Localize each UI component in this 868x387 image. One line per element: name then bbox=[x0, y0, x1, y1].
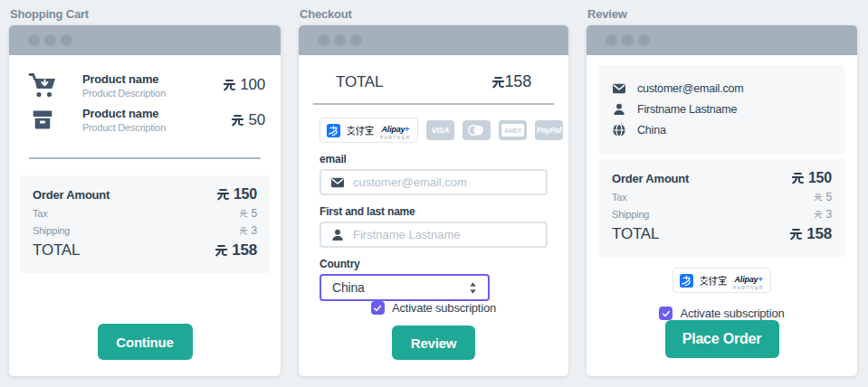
yuan-symbol-icon bbox=[215, 243, 228, 257]
window-titlebar bbox=[299, 25, 568, 55]
checkout-flow: Shopping Cart bbox=[0, 0, 868, 376]
order-amount-label: Order Amount bbox=[612, 172, 689, 185]
alipay-plus-wordmark: Alipay+ PARTNER bbox=[380, 120, 411, 140]
country-label: Country bbox=[320, 258, 548, 270]
envelope-icon bbox=[612, 81, 626, 96]
amex-badge[interactable]: AMEX bbox=[499, 120, 527, 140]
yuan-symbol-icon bbox=[223, 78, 236, 91]
shopping-cart-title: Shopping Cart bbox=[10, 7, 281, 21]
subscription-checkbox[interactable] bbox=[371, 301, 385, 315]
continue-button[interactable]: Continue bbox=[98, 324, 193, 360]
product-name: Product name bbox=[82, 107, 166, 120]
order-amount-value: 150 bbox=[216, 186, 257, 203]
product-price: 100 bbox=[223, 76, 265, 94]
country-value: China bbox=[332, 280, 365, 295]
customer-email-row: customer@email.com bbox=[612, 81, 832, 96]
yuan-symbol-icon bbox=[239, 209, 248, 218]
yuan-symbol-icon bbox=[491, 75, 505, 89]
order-summary: Order Amount 150 Tax 5 bbox=[20, 175, 270, 273]
subscription-label: Activate subscription bbox=[680, 307, 784, 320]
check-icon bbox=[662, 309, 671, 318]
product-description: Product Description bbox=[82, 88, 166, 99]
window-dot bbox=[28, 34, 40, 46]
email-field-wrap bbox=[320, 169, 548, 195]
check-icon bbox=[373, 304, 382, 313]
window-dot bbox=[334, 34, 346, 46]
yuan-symbol-icon bbox=[231, 113, 244, 127]
cart-item: Product name Product Description 50 bbox=[24, 107, 265, 133]
order-amount-label: Order Amount bbox=[33, 188, 110, 202]
shipping-value: 3 bbox=[814, 208, 832, 221]
shipping-value: 3 bbox=[239, 224, 257, 237]
checkout-panel: Checkout TOTAL 158 bbox=[299, 7, 568, 376]
order-amount-value: 150 bbox=[791, 170, 832, 186]
yuan-symbol-icon bbox=[216, 187, 230, 201]
name-field-wrap bbox=[320, 222, 548, 248]
visa-label: VISA bbox=[432, 126, 449, 135]
shopping-cart-window: Product name Product Description 100 bbox=[9, 25, 281, 376]
total-label: TOTAL bbox=[336, 73, 383, 91]
order-summary: Order Amount 150 Tax 5 bbox=[599, 159, 844, 257]
review-panel: Review customer@email.com bbox=[587, 7, 857, 376]
tax-label: Tax bbox=[33, 208, 48, 219]
alipay-logo-icon bbox=[327, 124, 340, 137]
window-dot bbox=[44, 34, 56, 46]
name-input[interactable] bbox=[353, 228, 537, 241]
cart-item-list: Product name Product Description 100 bbox=[20, 63, 270, 133]
place-order-button[interactable]: Place Order bbox=[665, 320, 779, 358]
window-dot bbox=[350, 34, 362, 46]
visa-badge[interactable]: VISA bbox=[426, 120, 454, 140]
window-dot bbox=[318, 34, 329, 46]
divider bbox=[29, 157, 261, 159]
total-value: 158 bbox=[215, 241, 257, 260]
person-icon bbox=[612, 102, 626, 117]
total-label: TOTAL bbox=[612, 225, 659, 243]
paypal-badge[interactable]: PayPal bbox=[535, 120, 563, 140]
amex-label: AMEX bbox=[504, 127, 521, 134]
mastercard-icon bbox=[465, 123, 487, 137]
mastercard-badge[interactable] bbox=[463, 120, 491, 140]
alipay-badge: Alipay+ PARTNER bbox=[672, 268, 771, 293]
alipay-badge[interactable]: Alipay+ PARTNER bbox=[320, 118, 418, 143]
window-dot bbox=[61, 34, 72, 46]
divider bbox=[313, 103, 554, 105]
country-select[interactable]: China bbox=[320, 274, 490, 301]
product-price: 50 bbox=[231, 111, 265, 129]
subscription-row: Activate subscription bbox=[371, 301, 496, 315]
paypal-label: PayPal bbox=[537, 126, 561, 135]
yuan-symbol-icon bbox=[814, 210, 823, 219]
tax-value: 5 bbox=[814, 191, 832, 203]
tax-value: 5 bbox=[239, 207, 257, 220]
total-value: 158 bbox=[491, 72, 531, 91]
total-label: TOTAL bbox=[33, 241, 80, 260]
cart-item: Product name Product Description 100 bbox=[24, 71, 265, 99]
product-name: Product name bbox=[82, 72, 166, 86]
tax-label: Tax bbox=[612, 192, 627, 203]
subscription-checkbox[interactable] bbox=[659, 307, 672, 320]
person-icon bbox=[330, 228, 345, 242]
envelope-icon bbox=[330, 175, 345, 190]
yuan-symbol-icon bbox=[789, 227, 803, 241]
product-description: Product Description bbox=[82, 122, 166, 133]
globe-icon bbox=[612, 123, 626, 137]
review-button[interactable]: Review bbox=[392, 326, 475, 360]
customer-name: Firstname Lastname bbox=[637, 103, 737, 116]
total-value: 158 bbox=[789, 225, 832, 243]
checkout-title: Checkout bbox=[300, 7, 568, 21]
customer-email: customer@email.com bbox=[637, 82, 743, 95]
shipping-label: Shipping bbox=[33, 225, 70, 236]
checkout-total-row: TOTAL 158 bbox=[320, 65, 548, 91]
select-arrows-icon bbox=[469, 281, 477, 295]
shipping-label: Shipping bbox=[612, 209, 649, 220]
alipay-cn-text bbox=[700, 276, 727, 286]
customer-info-box: customer@email.com Firstname Lastname bbox=[599, 65, 844, 154]
email-label: email bbox=[320, 153, 548, 165]
customer-country: China bbox=[637, 124, 666, 137]
yuan-symbol-icon bbox=[814, 193, 823, 202]
name-label: First and last name bbox=[320, 205, 548, 218]
window-dot bbox=[638, 34, 650, 46]
window-dot bbox=[606, 34, 617, 46]
checkout-window: TOTAL 158 bbox=[299, 25, 568, 376]
review-title: Review bbox=[587, 7, 857, 21]
email-input[interactable] bbox=[353, 175, 537, 189]
